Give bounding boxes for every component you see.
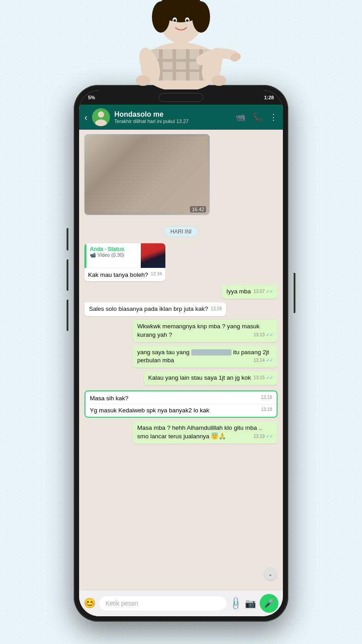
emoji-button[interactable]: 😊 [84,597,96,609]
input-placeholder: Ketik pesan [105,600,138,607]
redacted-text [191,349,232,356]
video-blur-overlay [84,134,210,215]
outgoing-message-bubble[interactable]: Wkwkwk memangnya knp mba ? yang masuk ku… [133,320,278,342]
voice-call-icon[interactable]: 📞 [253,112,262,122]
highlighted-msg-1[interactable]: Masa sih kak? 13.18 [85,391,277,404]
message-time: 13.14 ✓✓ [253,357,273,364]
status-battery: 5% [88,95,95,100]
message-text: Iyya mba [226,288,251,295]
message-text: Yg masuk Kedaiweb spk nya banyak2 lo kak [90,407,209,414]
contact-avatar[interactable] [92,108,110,126]
mic-icon: 🎤 [264,598,274,608]
phone-frame: 5% 1:28 ‹ Hondasolo me [74,85,288,622]
status-forward-bubble[interactable]: Anda · Status 📹 Video (0.30) Kak mau tan… [84,243,165,281]
chat-messages-area: 16.42 HARI INI Anda · Statu [79,130,283,590]
thumb-car-image [141,243,165,268]
double-checkmark-icon: ✓✓ [266,358,273,363]
message-row: Wkwkwk memangnya knp mba ? yang masuk ku… [84,320,278,342]
message-row: Iyya mba 13.07 ✓✓ [84,285,278,299]
video-duration: 16.42 [190,206,206,212]
message-row: Kalau yang lain stau saya 1jt an jg kok … [84,371,278,385]
outgoing-message-bubble[interactable]: Masa mba ? hehh Alhamdulillah klo gitu m… [133,421,278,444]
avatar-image [92,108,110,126]
silent-button [67,300,68,331]
person-illustration [114,0,248,89]
back-button[interactable]: ‹ [84,112,88,123]
phone-screen: 5% 1:28 ‹ Hondasolo me [79,90,283,616]
message-row: yang saya tau yang itu pasang 2jt perbul… [84,346,278,368]
day-divider: HARI INI [84,226,278,237]
video-message-bubble[interactable]: 16.42 [84,134,210,215]
message-text: Wkwkwk memangnya knp mba ? yang masuk ku… [137,323,260,338]
volume-down-button [67,259,68,291]
message-text: Sales solo biasanya pada iklan brp juta … [89,305,208,312]
outgoing-message-bubble[interactable]: yang saya tau yang itu pasang 2jt perbul… [133,346,278,368]
message-input-bar: 😊 Ketik pesan 📎 📷 🎤 [79,590,283,616]
message-time: 13.18 [261,407,272,412]
svg-point-11 [212,75,226,86]
double-checkmark-icon: ✓✓ [266,375,273,380]
message-time: 12.34 [151,271,162,276]
message-text: Kak mau tanya boleh? [88,271,148,278]
message-time: 13.08 [210,306,222,312]
camera-button[interactable]: 📷 [245,598,256,609]
scroll-down-button[interactable]: ⌄ [264,568,277,580]
volume-up-button [67,228,68,250]
status-quote-section: Anda · Status 📹 Video (0.30) [84,243,165,268]
svg-point-10 [136,75,150,86]
message-time: 13.19 ✓✓ [253,433,273,440]
message-text: Kalau yang lain stau saya 1jt an jg kok [148,374,251,381]
outgoing-message-bubble[interactable]: Kalau yang lain stau saya 1jt an jg kok … [144,371,278,385]
svg-point-21 [186,19,189,22]
highlighted-messages-box: Masa sih kak? 13.18 Yg masuk Kedaiweb sp… [84,390,278,418]
quote-message-text: Kak mau tanya boleh? 12.34 [84,268,165,281]
quote-subtitle: 📹 Video (0.30) [90,252,137,258]
message-row: 16.42 [84,134,278,218]
message-text: yang saya tau yang itu pasang 2jt perbul… [137,349,269,364]
chat-header: ‹ Hondasolo me Terakhir dilihat hari ini… [79,105,283,130]
highlighted-msg-2[interactable]: Yg masuk Kedaiweb spk nya banyak2 lo kak… [85,404,277,417]
scene: 5% 1:28 ‹ Hondasolo me [65,13,297,631]
contact-last-seen: Terakhir dilihat hari ini pukul 13.27 [114,119,231,124]
more-options-icon[interactable]: ⋮ [269,112,278,122]
svg-point-20 [173,19,176,22]
attach-button[interactable]: 📎 [228,596,244,611]
mic-button[interactable]: 🎤 [260,594,278,613]
message-time: 13.15 ✓✓ [253,375,273,381]
svg-point-24 [98,111,104,118]
day-label: HARI INI [164,226,198,237]
quote-content: Anda · Status 📹 Video (0.30) [86,243,141,268]
status-time: 1:28 [264,95,274,100]
message-time: 13.13 ✓✓ [253,332,273,338]
notch-pill [159,93,203,102]
message-row: Masa mba ? hehh Alhamdulillah klo gitu m… [84,421,278,444]
double-checkmark-icon: ✓✓ [266,289,273,294]
message-time: 13.07 ✓✓ [253,288,273,295]
power-button [294,273,295,313]
video-thumbnail: 16.42 [84,134,210,215]
contact-name: Hondasolo me [114,110,231,119]
double-checkmark-icon: ✓✓ [266,332,273,337]
double-checkmark-icon: ✓✓ [266,434,273,439]
video-call-icon[interactable]: 📹 [236,112,245,122]
message-input-field[interactable]: Ketik pesan [99,596,227,610]
contact-info: Hondasolo me Terakhir dilihat hari ini p… [114,110,231,124]
quote-label: Anda · Status [90,246,137,252]
message-row: Sales solo biasanya pada iklan brp juta … [84,302,278,316]
message-row: Anda · Status 📹 Video (0.30) Kak mau tan… [84,243,278,281]
message-text: Masa mba ? hehh Alhamdulillah klo gitu m… [137,424,262,440]
outgoing-message-bubble[interactable]: Iyya mba 13.07 ✓✓ [222,285,278,299]
svg-point-15 [152,1,170,33]
incoming-message-bubble[interactable]: Sales solo biasanya pada iklan brp juta … [84,302,226,316]
message-time: 13.18 [261,395,272,400]
header-action-icons: 📹 📞 ⋮ [236,112,278,122]
status-thumb [141,243,165,268]
message-text: Masa sih kak? [90,395,128,402]
svg-point-16 [192,1,210,33]
